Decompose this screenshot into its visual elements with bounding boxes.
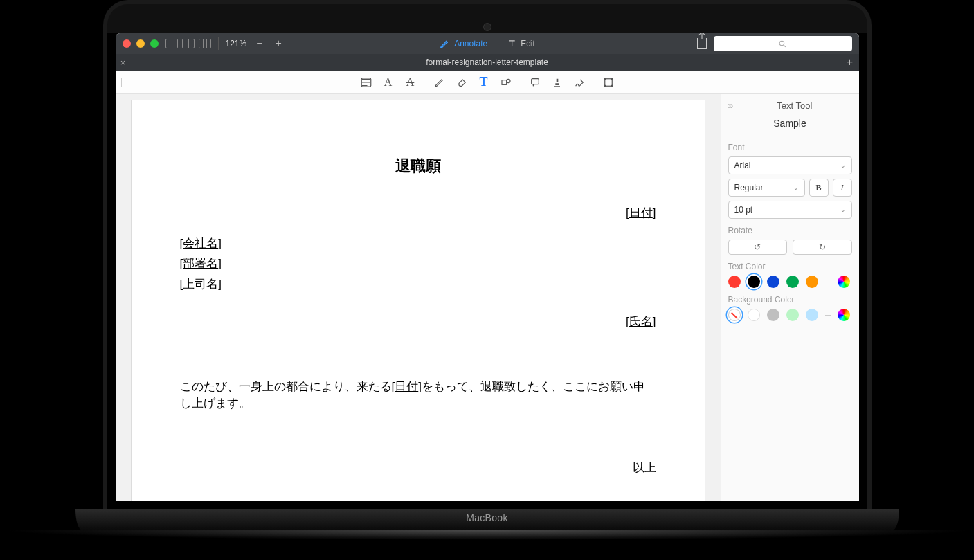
- zoom-level[interactable]: 121%: [226, 39, 247, 48]
- sidebar-toggle-icon[interactable]: [165, 39, 178, 48]
- pencil-tool-icon[interactable]: [433, 76, 446, 89]
- laptop-frame: 121% − + Annotate Edit: [3, 0, 972, 540]
- svg-point-7: [611, 78, 613, 79]
- text-tool-panel: » Text Tool Sample Font Arial ⌄ Regular …: [721, 94, 859, 501]
- bg-color-lightblue[interactable]: [806, 309, 818, 321]
- chevron-down-icon: ⌄: [840, 206, 846, 213]
- font-family-dropdown[interactable]: Arial ⌄: [728, 156, 852, 174]
- bold-button[interactable]: B: [809, 179, 829, 197]
- body-text-1: このたび、一身上の都合により、来たる[: [180, 380, 395, 393]
- text-color-custom[interactable]: [838, 276, 850, 288]
- font-section-label: Font: [728, 143, 852, 152]
- text-color-red[interactable]: [728, 276, 741, 288]
- signature-tool-icon[interactable]: [573, 76, 586, 89]
- underline-tool-icon[interactable]: A: [382, 76, 395, 89]
- tab-title[interactable]: formal-resignation-letter-template: [426, 57, 548, 67]
- department-field: [部署名]: [180, 255, 656, 272]
- font-style-value: Regular: [734, 183, 764, 192]
- mode-switcher: Annotate Edit: [439, 38, 535, 49]
- shape-tool-icon[interactable]: [500, 76, 512, 89]
- fullscreen-window-button[interactable]: [150, 39, 159, 48]
- bg-color-custom[interactable]: [838, 309, 850, 321]
- app-window: 121% − + Annotate Edit: [116, 33, 859, 501]
- text-color-green[interactable]: [786, 276, 799, 288]
- text-color-blue[interactable]: [767, 276, 779, 288]
- selection-tool-icon[interactable]: [602, 76, 615, 89]
- bg-color-none[interactable]: [728, 309, 741, 321]
- minimize-window-button[interactable]: [136, 39, 145, 48]
- annotate-tools: A A T: [360, 76, 615, 89]
- pen-annotate-icon: [439, 38, 450, 49]
- bg-color-white[interactable]: [748, 309, 760, 321]
- new-tab-button[interactable]: +: [841, 56, 859, 69]
- swatch-separator: [825, 315, 831, 316]
- swatch-separator: [825, 282, 831, 282]
- screen-frame: 121% − + Annotate Edit: [103, 33, 872, 509]
- rotate-section-label: Rotate: [728, 226, 852, 235]
- text-tool-icon[interactable]: T: [478, 76, 490, 89]
- close-window-button[interactable]: [123, 39, 131, 48]
- rotate-cw-button[interactable]: ↻: [793, 240, 852, 255]
- date-field: [日付]: [180, 205, 656, 222]
- svg-point-6: [604, 78, 605, 79]
- annotate-mode-button[interactable]: Annotate: [439, 38, 487, 49]
- thumbnail-view-icon[interactable]: [182, 39, 195, 48]
- rotate-ccw-button[interactable]: ↺: [728, 240, 788, 255]
- toolbar-divider: [218, 37, 219, 50]
- italic-button[interactable]: I: [833, 179, 852, 197]
- document-closing: 以上: [180, 460, 656, 476]
- text-color-orange[interactable]: [806, 276, 818, 288]
- company-field: [会社名]: [180, 235, 656, 252]
- note-tool-icon[interactable]: [529, 76, 541, 89]
- font-size-dropdown[interactable]: 10 pt ⌄: [728, 201, 852, 219]
- camera-dot: [484, 24, 491, 30]
- search-input[interactable]: [714, 36, 852, 51]
- bg-color-grey[interactable]: [767, 309, 779, 321]
- titlebar-right: [697, 36, 852, 51]
- text-edit-icon: [507, 38, 516, 49]
- edit-mode-button[interactable]: Edit: [507, 38, 535, 49]
- document-page: 退職願 [日付] [会社名] [部署名] [上司名] [氏名] このたび、一身上…: [131, 100, 705, 501]
- strikethrough-tool-icon[interactable]: A: [404, 76, 417, 89]
- bg-color-section-label: Background Color: [728, 295, 852, 305]
- manager-label: 上司名: [183, 278, 218, 291]
- text-color-section-label: Text Color: [728, 262, 852, 271]
- document-title: 退職願: [180, 156, 656, 177]
- font-style-dropdown[interactable]: Regular ⌄: [728, 179, 805, 197]
- document-body: このたび、一身上の都合により、来たる[日付]をもって、退職致したく、ここにお願い…: [180, 379, 656, 412]
- tab-close-button[interactable]: ×: [116, 57, 131, 68]
- department-label: 部署名: [183, 257, 218, 270]
- view-mode-group: [165, 39, 211, 48]
- svg-rect-2: [502, 80, 507, 84]
- svg-rect-4: [531, 78, 539, 84]
- window-controls: [123, 39, 159, 48]
- annotate-toolbar: A A T: [116, 71, 859, 94]
- document-viewport[interactable]: 退職願 [日付] [会社名] [部署名] [上司名] [氏名] このたび、一身上…: [116, 94, 721, 501]
- font-size-value: 10 pt: [734, 205, 753, 215]
- bg-color-swatches: [728, 309, 852, 321]
- bg-color-lightgreen[interactable]: [786, 309, 799, 321]
- text-color-swatches: [728, 276, 852, 288]
- laptop-lid: [103, 0, 872, 33]
- chevron-down-icon: ⌄: [840, 162, 846, 169]
- text-color-black[interactable]: [748, 276, 760, 288]
- panel-collapse-icon[interactable]: »: [728, 100, 734, 111]
- share-icon[interactable]: [697, 38, 707, 49]
- svg-point-9: [611, 85, 613, 87]
- multi-page-view-icon[interactable]: [199, 39, 211, 48]
- titlebar: 121% − + Annotate Edit: [116, 33, 859, 54]
- zoom-in-button[interactable]: +: [273, 37, 285, 50]
- main-area: 退職願 [日付] [会社名] [部署名] [上司名] [氏名] このたび、一身上…: [116, 94, 859, 501]
- highlight-text-tool-icon[interactable]: [360, 76, 372, 89]
- name-label: 氏名: [629, 315, 653, 328]
- zoom-out-button[interactable]: −: [253, 37, 265, 50]
- tab-bar: × formal-resignation-letter-template +: [116, 54, 859, 71]
- stamp-tool-icon[interactable]: [551, 76, 563, 89]
- manager-field: [上司名]: [180, 276, 656, 293]
- toolbar-handle[interactable]: [121, 78, 125, 87]
- body-date-label: 日付: [395, 380, 418, 393]
- eraser-tool-icon[interactable]: [456, 76, 468, 89]
- laptop-brand: MacBook: [466, 512, 507, 523]
- svg-point-0: [779, 41, 784, 45]
- company-label: 会社名: [183, 237, 218, 250]
